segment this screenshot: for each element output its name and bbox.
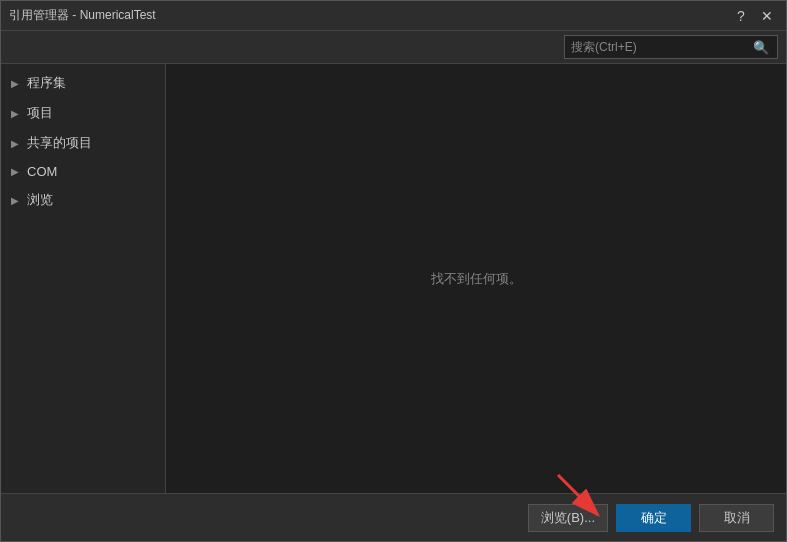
reference-manager-window: 引用管理器 - NumericalTest ? ✕ 🔍 ▶ 程序集 ▶ 项目 ▶ [0,0,787,542]
search-input-wrapper[interactable]: 🔍 [564,35,778,59]
search-input[interactable] [571,40,751,54]
browse-button[interactable]: 浏览(B)... [528,504,608,532]
help-button[interactable]: ? [730,5,752,27]
search-bar: 🔍 [1,31,786,64]
title-bar-right: ? ✕ [730,5,778,27]
expand-arrow-projects: ▶ [11,108,23,119]
content-area: 找不到任何项。 [166,64,786,493]
ok-button[interactable]: 确定 [616,504,691,532]
sidebar-item-com[interactable]: ▶ COM [1,158,165,185]
close-button[interactable]: ✕ [756,5,778,27]
window-title: 引用管理器 - NumericalTest [9,7,156,24]
sidebar-item-shared[interactable]: ▶ 共享的项目 [1,128,165,158]
sidebar-item-browse[interactable]: ▶ 浏览 [1,185,165,215]
sidebar-item-label-shared: 共享的项目 [27,134,92,152]
sidebar-item-label-projects: 项目 [27,104,53,122]
expand-arrow-assemblies: ▶ [11,78,23,89]
cancel-button[interactable]: 取消 [699,504,774,532]
search-icon-button[interactable]: 🔍 [751,40,771,55]
title-bar: 引用管理器 - NumericalTest ? ✕ [1,1,786,31]
expand-arrow-com: ▶ [11,166,23,177]
sidebar-item-label-com: COM [27,164,57,179]
expand-arrow-shared: ▶ [11,138,23,149]
sidebar-item-label-assemblies: 程序集 [27,74,66,92]
title-bar-left: 引用管理器 - NumericalTest [9,7,156,24]
main-area: ▶ 程序集 ▶ 项目 ▶ 共享的项目 ▶ COM ▶ 浏览 找不到任何项。 [1,64,786,493]
sidebar-item-assemblies[interactable]: ▶ 程序集 [1,68,165,98]
expand-arrow-browse: ▶ [11,195,23,206]
sidebar: ▶ 程序集 ▶ 项目 ▶ 共享的项目 ▶ COM ▶ 浏览 [1,64,166,493]
sidebar-item-projects[interactable]: ▶ 项目 [1,98,165,128]
footer: 浏览(B)... 确定 取消 [1,493,786,541]
empty-message: 找不到任何项。 [431,270,522,288]
sidebar-item-label-browse: 浏览 [27,191,53,209]
